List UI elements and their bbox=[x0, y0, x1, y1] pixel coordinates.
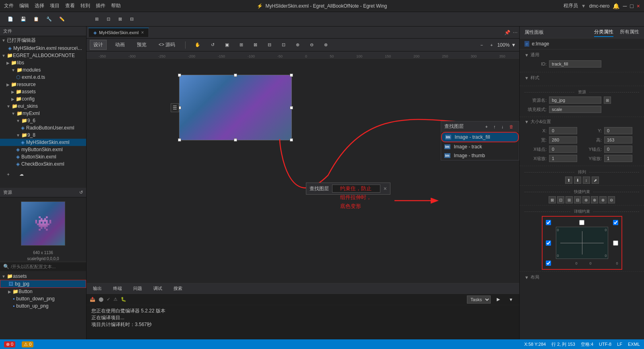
bottom-tab-output[interactable]: 输出 bbox=[90, 285, 105, 292]
cloud-button[interactable]: ☁ bbox=[17, 170, 27, 179]
anchory-input[interactable] bbox=[604, 146, 632, 153]
bottom-tab-terminal[interactable]: 终端 bbox=[110, 285, 125, 292]
zoom-in-btn[interactable]: + bbox=[487, 41, 495, 49]
activity-bar-btn-3[interactable]: 📋 bbox=[31, 15, 42, 23]
tool-layout2[interactable]: ⊠ bbox=[251, 41, 260, 49]
fill-mode-input[interactable] bbox=[549, 106, 601, 113]
arrange-btn-1[interactable]: ⬆ bbox=[565, 177, 572, 184]
height-input[interactable] bbox=[604, 136, 632, 144]
zoom-out-btn[interactable]: − bbox=[478, 41, 486, 49]
menu-goto[interactable]: 转到 bbox=[80, 2, 90, 9]
y-input[interactable] bbox=[604, 127, 632, 134]
folder-libs[interactable]: ▶ 📁 libs bbox=[0, 59, 86, 66]
tool-layout1[interactable]: ⊞ bbox=[237, 41, 246, 49]
tool-hand[interactable]: ✋ bbox=[192, 41, 203, 49]
res-folder-assets[interactable]: ▼ 📁 assets bbox=[0, 273, 86, 280]
menu-plugin[interactable]: 插件 bbox=[96, 2, 105, 9]
more-actions-icon[interactable]: ⋯ bbox=[513, 30, 518, 35]
res-item-buttondown[interactable]: ▪ button_down_png bbox=[0, 295, 86, 302]
menu-help[interactable]: 帮助 bbox=[111, 2, 121, 9]
scaley-input[interactable] bbox=[604, 155, 632, 162]
source-name-input[interactable] bbox=[549, 96, 601, 104]
find-layer-close[interactable]: × bbox=[384, 185, 387, 192]
res-item-bgjpg[interactable]: 🖼 bg_jpg bbox=[0, 280, 86, 288]
mode-animation[interactable]: 动画 bbox=[111, 40, 128, 50]
tool-layout5[interactable]: ⊕ bbox=[293, 41, 302, 49]
qc-btn-6[interactable]: ⊕ bbox=[591, 196, 598, 203]
anchorx-input[interactable] bbox=[549, 146, 577, 153]
file-mybuttonskin[interactable]: ◈ myButtonSkin.exml bbox=[0, 146, 86, 153]
qc-btn-8[interactable]: ⊖ bbox=[608, 196, 615, 203]
folder-9-8[interactable]: ▼ 📁 9_8 bbox=[0, 131, 86, 139]
toggle-btn-1[interactable]: ⊞ bbox=[92, 15, 101, 23]
handle-bm[interactable] bbox=[234, 138, 237, 142]
mode-preview[interactable]: 预览 bbox=[133, 40, 150, 50]
folder-9-6[interactable]: ▼ 📁 9_6 bbox=[0, 117, 86, 124]
tab-myhsliderskin[interactable]: ◈ MyHSliderSkin.exml × bbox=[88, 28, 149, 37]
tool-layout3[interactable]: ⊟ bbox=[265, 41, 274, 49]
handle-tr[interactable] bbox=[290, 74, 293, 77]
qc-btn-1[interactable]: ⊠ bbox=[549, 196, 556, 203]
arrange-btn-4[interactable]: ⬈ bbox=[592, 177, 599, 184]
toggle-btn-3[interactable]: ⊠ bbox=[116, 15, 125, 23]
file-checkboxskin[interactable]: ◈ CheckBoxSkin.exml bbox=[0, 160, 86, 168]
file-myhsliderskin-selected[interactable]: ◈ MyHSliderSkin.exml bbox=[0, 139, 86, 146]
layer-delete-icon[interactable]: 🗑 bbox=[507, 123, 516, 130]
tool-rect[interactable]: ▣ bbox=[222, 41, 232, 49]
pin-icon[interactable]: 📌 bbox=[504, 30, 510, 35]
minimize-button[interactable]: ─ bbox=[623, 3, 627, 9]
qc-btn-3[interactable]: ⊞ bbox=[566, 196, 573, 203]
menu-project[interactable]: 项目 bbox=[50, 2, 60, 9]
error-badge[interactable]: ⊗ 0 bbox=[4, 341, 15, 347]
file-myHSliderSkin[interactable]: ◈ MyHSliderSkin.exml resource\... bbox=[0, 45, 86, 52]
folder-resource[interactable]: ▶ 📁 resource bbox=[0, 81, 86, 88]
folder-config[interactable]: ▶ 📁 config bbox=[0, 95, 86, 103]
tool-layout4[interactable]: ⊡ bbox=[279, 41, 288, 49]
tool-rotate[interactable]: ↺ bbox=[208, 41, 217, 49]
menu-view[interactable]: 查看 bbox=[65, 2, 75, 9]
zoom-dropdown[interactable]: ▼ bbox=[511, 42, 516, 48]
warning-badge[interactable]: ⚠ 0 bbox=[22, 341, 33, 347]
maximize-button[interactable]: □ bbox=[630, 3, 633, 9]
menu-file[interactable]: 文件 bbox=[4, 2, 14, 9]
canvas-area[interactable]: ☰ 查找图层 + ↑ ↓ bbox=[87, 59, 519, 283]
file-buttonskin[interactable]: ◈ ButtonSkin.exml bbox=[0, 153, 86, 160]
qc-btn-4[interactable]: ⊟ bbox=[574, 196, 581, 203]
task-run-btn[interactable]: ▶ bbox=[494, 296, 503, 303]
refresh-icon[interactable]: ↺ bbox=[79, 190, 83, 195]
qc-btn-2[interactable]: ⊡ bbox=[557, 196, 564, 203]
activity-bar-btn-1[interactable]: 📄 bbox=[5, 15, 16, 23]
source-browse-btn[interactable]: ⊞ bbox=[604, 96, 611, 104]
toggle-btn-2[interactable]: ⊡ bbox=[104, 15, 113, 23]
toggle-btn-4[interactable]: ⊟ bbox=[127, 15, 136, 23]
layer-item-thumb[interactable]: Im Image - thumb bbox=[441, 151, 519, 160]
res-item-buttonup[interactable]: ▪ button_up_png bbox=[0, 302, 86, 310]
handle-bl[interactable] bbox=[178, 138, 181, 142]
open-editors-group[interactable]: ▼ 已打开编辑器 bbox=[0, 36, 86, 45]
bottom-tab-problems[interactable]: 问题 bbox=[130, 285, 145, 292]
activity-bar-btn-2[interactable]: 💾 bbox=[18, 15, 29, 23]
layer-move-down-icon[interactable]: ↓ bbox=[500, 123, 506, 130]
constraint-top-left-check[interactable] bbox=[546, 220, 551, 225]
file-exml-ed-ts[interactable]: ⬡ exml.e.d.ts bbox=[0, 74, 86, 81]
constraint-mid-left-check[interactable] bbox=[546, 240, 551, 246]
tasks-dropdown[interactable]: Tasks bbox=[467, 296, 491, 304]
menu-edit[interactable]: 编辑 bbox=[19, 2, 29, 9]
folder-assets2[interactable]: ▶ 📁 assets bbox=[0, 88, 86, 95]
layer-item-track-fill[interactable]: Im Image - track_fill bbox=[441, 132, 519, 142]
arrange-btn-3[interactable]: ↕ bbox=[583, 177, 590, 184]
file-radiobuttonuser[interactable]: ◈ RadioButtonUser.exml bbox=[0, 124, 86, 131]
constraint-bottom-left-check[interactable] bbox=[546, 261, 551, 266]
folder-eui-skins[interactable]: ▼ 📁 eui_skins bbox=[0, 103, 86, 110]
bottom-tab-search[interactable]: 搜索 bbox=[170, 285, 186, 292]
activity-bar-btn-5[interactable]: ✏️ bbox=[56, 15, 68, 23]
add-item-button[interactable]: ＋ bbox=[3, 170, 13, 179]
bottom-tab-debug[interactable]: 调试 bbox=[150, 285, 165, 292]
x-input[interactable] bbox=[549, 127, 577, 134]
tab-category-props[interactable]: 分类属性 bbox=[594, 28, 613, 37]
menu-select[interactable]: 选择 bbox=[35, 2, 44, 9]
id-input[interactable] bbox=[549, 60, 601, 68]
handle-br[interactable] bbox=[290, 138, 293, 142]
mode-source[interactable]: <> 源码 bbox=[155, 40, 179, 50]
layer-move-up-icon[interactable]: ↑ bbox=[491, 123, 498, 130]
